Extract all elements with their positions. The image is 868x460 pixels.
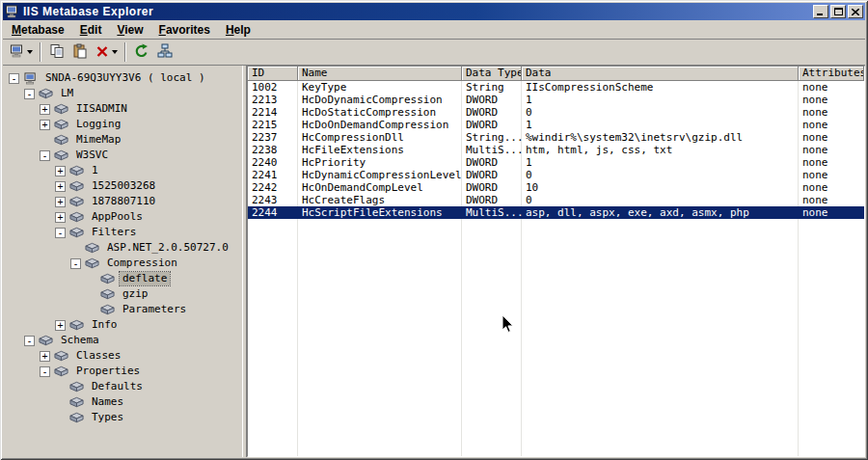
main-content: - SNDA-69Q3UYY3V6 ( local ) - LM + IISAD… — [3, 66, 865, 457]
paste-icon — [72, 43, 88, 62]
close-button[interactable] — [848, 5, 863, 18]
copy-button[interactable] — [45, 41, 68, 63]
table-row[interactable]: 2243HcCreateFlagsDWORD0none — [248, 194, 864, 206]
menu-favorites[interactable]: Favorites — [151, 21, 218, 39]
app-window: IIS Metabase Explorer Metabase Edit View… — [0, 0, 868, 460]
tree-item-schema[interactable]: - Schema — [3, 333, 242, 348]
expand-toggle-icon[interactable]: - — [70, 258, 81, 269]
minimize-button[interactable] — [813, 5, 828, 18]
copy-icon — [49, 43, 65, 62]
tree-item-mimemap[interactable]: MimeMap — [3, 132, 242, 148]
tree-item-classes[interactable]: + Classes — [3, 348, 242, 364]
toolbar-separator — [40, 42, 41, 62]
tree-item-defaults[interactable]: Defaults — [3, 379, 242, 394]
table-row[interactable]: 2241HcDynamicCompressionLevelDWORD0none — [248, 169, 864, 181]
tree-item-compression[interactable]: - Compression — [3, 256, 242, 271]
metabase-node-icon — [69, 381, 85, 393]
metabase-node-icon — [54, 365, 69, 378]
expand-toggle-icon[interactable]: + — [40, 120, 50, 130]
expand-toggle-icon[interactable]: + — [40, 351, 50, 362]
tree-item-lm[interactable]: - LM — [3, 86, 242, 101]
tree-item-site-1878807110[interactable]: + 1878807110 — [3, 194, 242, 209]
menu-view[interactable]: View — [109, 21, 150, 39]
delete-button[interactable] — [92, 41, 121, 63]
table-row[interactable]: 2238HcFileExtensionsMultiS...htm, html, … — [248, 144, 864, 156]
table-row[interactable]: 2215HcDoOnDemandCompressionDWORD1none — [248, 119, 864, 131]
metabase-node-icon — [69, 227, 85, 239]
column-header-attributes[interactable]: Attributes — [799, 67, 864, 81]
paste-button[interactable] — [68, 41, 91, 63]
expand-toggle-icon — [40, 135, 50, 146]
window-controls — [813, 5, 863, 18]
table-row[interactable]: 2214HcDoStaticCompressionDWORD0none — [248, 106, 864, 119]
refresh-icon — [134, 43, 149, 62]
tree-item-info[interactable]: + Info — [3, 317, 242, 333]
expand-toggle-icon[interactable]: - — [40, 150, 50, 161]
tree-item-w3svc[interactable]: - W3SVC — [3, 148, 242, 163]
column-header-id[interactable]: ID — [248, 67, 298, 81]
table-row[interactable]: 1002KeyTypeStringIIsCompressionSchemenon… — [248, 81, 864, 94]
expand-toggle-icon[interactable]: + — [55, 320, 66, 331]
tree-item-local-computer[interactable]: - SNDA-69Q3UYY3V6 ( local ) — [3, 70, 242, 86]
tree-item-names[interactable]: Names — [3, 394, 242, 410]
expand-toggle-icon — [86, 305, 96, 315]
column-header-name[interactable]: Name — [298, 67, 462, 81]
connect-button[interactable] — [7, 41, 36, 63]
tree-item-parameters[interactable]: Parameters — [3, 302, 242, 317]
properties-list-panel: ID Name Data Type Data Attributes 1002Ke… — [247, 66, 865, 457]
tree-item-iisadmin[interactable]: + IISADMIN — [3, 101, 242, 117]
metabase-node-icon — [39, 88, 54, 100]
tree-item-logging[interactable]: + Logging — [3, 117, 242, 132]
refresh-button[interactable] — [130, 41, 152, 63]
expand-toggle-icon[interactable]: + — [40, 104, 50, 115]
menu-metabase[interactable]: Metabase — [4, 21, 72, 39]
tree-item-filters[interactable]: - Filters — [3, 225, 242, 240]
network-icon — [157, 43, 173, 62]
metabase-node-icon — [54, 103, 69, 116]
expand-toggle-icon[interactable]: + — [55, 212, 66, 223]
expand-toggle-icon[interactable]: - — [55, 228, 66, 238]
tree-item-properties[interactable]: - Properties — [3, 364, 242, 379]
maximize-button[interactable] — [830, 5, 846, 18]
menu-edit[interactable]: Edit — [72, 21, 110, 39]
tree-item-deflate[interactable]: deflate — [3, 271, 242, 286]
expand-toggle-icon[interactable]: - — [24, 336, 35, 346]
table-row[interactable]: 2213HcDoDynamicCompressionDWORD1none — [248, 94, 864, 106]
toolbar — [3, 40, 865, 66]
metabase-node-icon — [69, 396, 85, 409]
titlebar: IIS Metabase Explorer — [3, 3, 865, 20]
tree-item-site-1525003268[interactable]: + 1525003268 — [3, 178, 242, 194]
window-title: IIS Metabase Explorer — [23, 5, 153, 18]
expand-toggle-icon[interactable]: - — [9, 73, 19, 84]
dropdown-arrow-icon — [112, 50, 118, 54]
metabase-node-icon — [54, 119, 69, 131]
menu-help[interactable]: Help — [218, 21, 258, 39]
dropdown-arrow-icon — [27, 50, 33, 54]
network-button[interactable] — [153, 41, 176, 63]
metabase-node-icon — [85, 242, 100, 255]
tree-item-aspnet[interactable]: ASP.NET_2.0.50727.0 — [3, 240, 242, 256]
app-icon[interactable] — [5, 5, 20, 18]
table-row[interactable]: 2242HcOnDemandCompLevelDWORD10none — [248, 181, 864, 194]
table-row[interactable]: 2237HcCompressionDllString...%windir%\sy… — [248, 131, 864, 144]
table-row-selected[interactable]: 2244HcScriptFileExtensionsMultiS...asp, … — [248, 206, 864, 219]
tree-item-site-1[interactable]: + 1 — [3, 163, 242, 178]
menu-bar: Metabase Edit View Favorites Help — [3, 20, 865, 40]
tree-item-gzip[interactable]: gzip — [3, 286, 242, 302]
metabase-node-icon — [39, 335, 54, 347]
expand-toggle-icon — [86, 289, 96, 300]
metabase-node-icon — [85, 257, 100, 270]
table-body: 1002KeyTypeStringIIsCompressionSchemenon… — [248, 81, 864, 456]
tree-item-apppools[interactable]: + AppPools — [3, 209, 242, 225]
expand-toggle-icon[interactable]: + — [55, 166, 66, 176]
expand-toggle-icon[interactable]: + — [55, 181, 66, 192]
column-header-data[interactable]: Data — [522, 67, 799, 81]
metabase-node-icon — [69, 412, 85, 424]
expand-toggle-icon[interactable]: - — [40, 366, 50, 377]
table-row[interactable]: 2240HcPriorityDWORD1none — [248, 156, 864, 169]
column-header-data-type[interactable]: Data Type — [462, 67, 522, 81]
metabase-node-icon — [54, 350, 69, 363]
expand-toggle-icon[interactable]: + — [55, 197, 66, 207]
tree-item-types[interactable]: Types — [3, 410, 242, 425]
expand-toggle-icon[interactable]: - — [24, 89, 35, 99]
